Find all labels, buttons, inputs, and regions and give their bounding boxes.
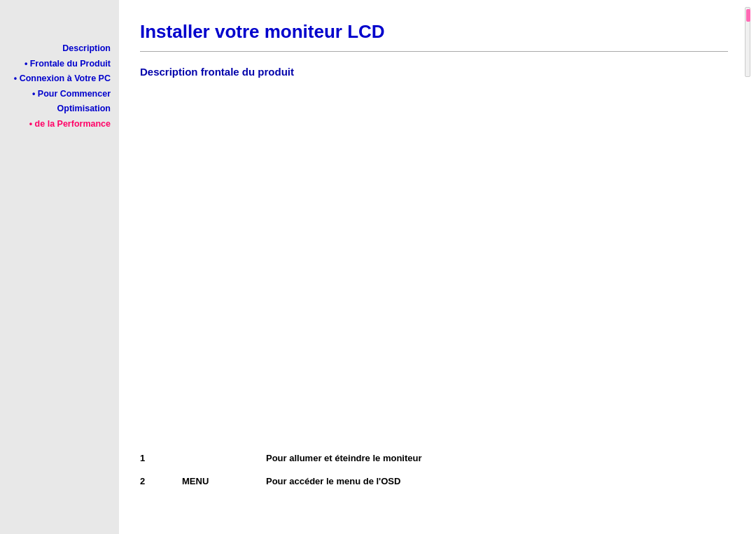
row-1-description: Pour allumer et éteindre le moniteur <box>266 453 728 463</box>
scrollbar-area[interactable] <box>745 7 750 91</box>
sidebar-item-performance[interactable]: • de la Performance <box>7 118 112 132</box>
row-1-number: 1 <box>140 453 182 463</box>
sidebar-item-pour-commencer[interactable]: • Pour Commencer <box>7 87 112 101</box>
content-area: 1 Pour allumer et éteindre le moniteur 2… <box>140 99 728 513</box>
table-row: 1 Pour allumer et éteindre le moniteur <box>140 453 728 463</box>
row-2-number: 2 <box>140 476 182 486</box>
scrollbar-thumb[interactable] <box>746 9 750 22</box>
sidebar-item-optimisation[interactable]: Optimisation <box>7 102 112 116</box>
sidebar-nav: Description • Frontale du Produit • Conn… <box>7 42 112 131</box>
table-row: 2 MENU Pour accéder le menu de l'OSD <box>140 476 728 486</box>
row-2-description: Pour accéder le menu de l'OSD <box>266 476 728 486</box>
sidebar-item-description[interactable]: Description <box>7 42 112 56</box>
page-title: Installer votre moniteur LCD <box>140 21 728 43</box>
sidebar: Description • Frontale du Produit • Conn… <box>0 0 119 534</box>
scrollbar-track[interactable] <box>745 7 750 77</box>
row-2-label: MENU <box>182 476 266 486</box>
sidebar-item-frontale[interactable]: • Frontale du Produit <box>7 57 112 71</box>
section-heading: Description frontale du produit <box>140 66 728 78</box>
sidebar-item-connexion[interactable]: • Connexion à Votre PC <box>7 72 112 86</box>
main-content: Installer votre moniteur LCD Description… <box>119 0 756 534</box>
divider <box>140 51 728 52</box>
